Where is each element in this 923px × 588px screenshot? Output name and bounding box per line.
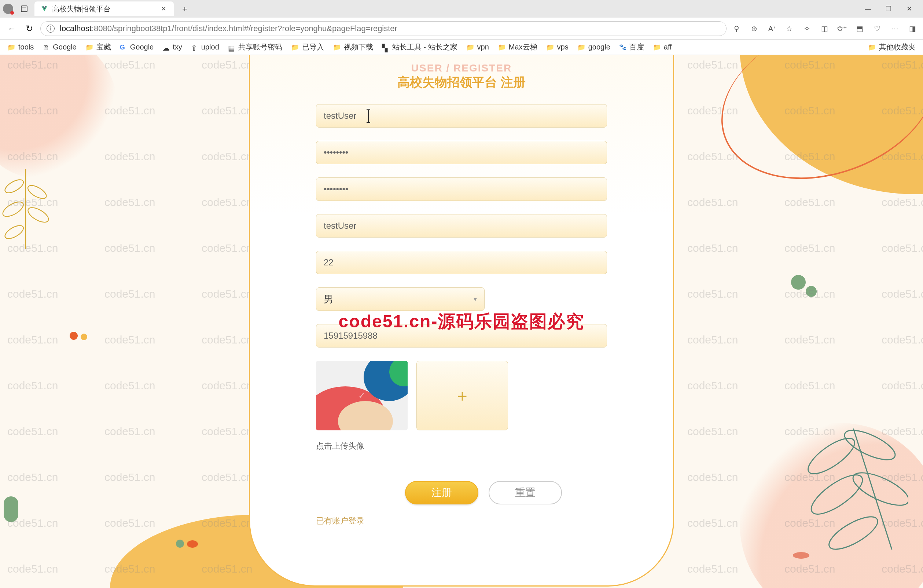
refresh-button[interactable]: ↻ (23, 22, 36, 35)
svg-point-13 (825, 511, 882, 551)
extensions-icon[interactable]: ✧ (801, 23, 812, 34)
url-bar[interactable]: i localhost:8080/springboot38tp1/front/d… (40, 21, 726, 36)
split-icon[interactable]: ◫ (819, 23, 830, 34)
bookmark-label: Google (53, 43, 77, 51)
bookmark-label: 已导入 (302, 42, 324, 52)
svg-point-6 (26, 205, 51, 225)
bookmark-item[interactable]: 📁tools (7, 43, 34, 51)
google-icon: G (120, 44, 127, 51)
login-link[interactable]: 已有账户登录 (316, 516, 607, 526)
overlay-watermark-text: code51.cn-源码乐园盗图必究 (339, 310, 585, 333)
bookmark-item[interactable]: 📁vpn (466, 43, 489, 51)
bookmark-item[interactable]: ⇧uplod (191, 43, 219, 51)
bookmarks-bar: 📁tools🗎Google📁宝藏GGoogle☁txy⇧uplod▦共享账号密码… (0, 39, 923, 55)
bookmark-item[interactable]: 📁宝藏 (85, 42, 111, 52)
bookmark-label: txy (172, 43, 182, 51)
nickname-input[interactable] (316, 214, 607, 238)
bookmark-label: Google (130, 43, 154, 51)
zoom-icon[interactable]: ⊕ (749, 23, 759, 34)
form-heading-en: USER / REGISTER (316, 62, 607, 74)
age-input[interactable] (316, 251, 607, 274)
tab-close-button[interactable]: ✕ (160, 5, 167, 13)
svg-rect-1 (22, 7, 26, 8)
bookmark-label: vps (557, 43, 568, 51)
back-button[interactable]: ← (5, 22, 18, 35)
baidu-icon: 🐾 (619, 44, 626, 51)
more-icon[interactable]: ⋯ (889, 23, 900, 34)
address-bar: ← ↻ i localhost:8080/springboot38tp1/fro… (0, 18, 923, 39)
svg-point-3 (3, 177, 25, 195)
decor-dot (70, 332, 78, 340)
collections-icon[interactable]: ✩⁺ (836, 23, 847, 34)
bookmark-item[interactable]: ▚站长工具 - 站长之家 (382, 42, 457, 52)
bookmark-item[interactable]: 🗎Google (43, 43, 77, 51)
bookmark-label: Max云梯 (509, 42, 537, 52)
decor-leaf-icon (798, 405, 908, 551)
bookmark-item[interactable]: 📁已导入 (291, 42, 324, 52)
decor-leaf-icon (0, 158, 55, 249)
folder-icon: 📁 (466, 43, 474, 51)
register-button[interactable]: 注册 (405, 481, 478, 504)
decor-dot (4, 496, 18, 522)
svg-point-11 (806, 468, 868, 521)
bookmark-label: vpn (477, 43, 489, 51)
close-window-button[interactable]: ✕ (904, 4, 914, 14)
bookmark-item[interactable]: 📁google (577, 43, 610, 51)
minimize-button[interactable]: — (863, 4, 873, 14)
bookmark-label: 站长工具 - 站长之家 (392, 42, 457, 52)
folder-icon: 📁 (868, 43, 876, 51)
bookmark-label: uplod (201, 43, 219, 51)
gender-select[interactable]: 男 ▾ (316, 287, 484, 311)
password-input[interactable] (316, 141, 607, 164)
bookmark-item[interactable]: ▦共享账号密码 (228, 42, 282, 52)
bookmark-label: google (588, 43, 610, 51)
svg-point-9 (803, 432, 860, 480)
bookmark-label: 共享账号密码 (238, 42, 282, 52)
maximize-button[interactable]: ❐ (884, 4, 893, 14)
bookmark-label: 百度 (629, 42, 644, 52)
bookmark-item[interactable]: GGoogle (120, 43, 154, 51)
confirm-password-input[interactable] (316, 177, 607, 201)
cloud-icon: ☁ (163, 44, 170, 51)
button-row: 注册 重置 (360, 481, 607, 504)
bookmark-item[interactable]: 📁vps (546, 43, 568, 51)
downloads-icon[interactable]: ⬒ (854, 23, 865, 34)
window-controls: — ❐ ✕ (863, 4, 923, 14)
bookmark-item[interactable]: 📁Max云梯 (498, 42, 537, 52)
site-info-icon[interactable]: i (46, 25, 54, 33)
chevron-down-icon: ▾ (474, 295, 477, 303)
sidebar-toggle-icon[interactable]: ◨ (907, 23, 918, 34)
new-tab-button[interactable]: ＋ (178, 2, 191, 15)
upload-hint: 点击上传头像 (316, 441, 607, 452)
svg-point-12 (849, 466, 908, 512)
browser-tab[interactable]: 高校失物招领平台 ✕ (34, 2, 174, 16)
favorite-icon[interactable]: ☆ (784, 23, 795, 34)
svg-point-4 (26, 183, 48, 201)
bookmark-label: tools (18, 43, 34, 51)
folder-icon: 📁 (546, 43, 554, 51)
bookmark-item[interactable]: 🐾百度 (619, 42, 644, 52)
folder-icon: 📁 (7, 43, 15, 51)
folder-icon: 📁 (85, 43, 94, 51)
bookmark-other[interactable]: 📁 其他收藏夹 (868, 42, 916, 52)
profile-icon[interactable] (3, 4, 13, 14)
page-icon: 🗎 (43, 44, 50, 51)
decor-dot (806, 286, 817, 297)
bookmark-item[interactable]: 📁aff (653, 43, 672, 51)
decor-dot (187, 540, 198, 548)
upload-icon: ⇧ (191, 44, 198, 51)
avatar-thumbnail[interactable]: ✓ (316, 361, 407, 430)
bookmark-item[interactable]: 📁视频下载 (333, 42, 373, 52)
address-toolbar-icons: ⚲ ⊕ A⁾ ☆ ✧ ◫ ✩⁺ ⬒ ♡ ⋯ ◨ (731, 23, 918, 34)
bookmark-item[interactable]: ☁txy (163, 43, 182, 51)
avatar-add-button[interactable]: ＋ (416, 361, 508, 430)
read-aloud-icon[interactable]: A⁾ (766, 23, 777, 34)
tab-overview-button[interactable] (18, 2, 31, 15)
reset-button[interactable]: 重置 (489, 481, 562, 504)
tab-favicon-icon (41, 5, 48, 12)
performance-icon[interactable]: ♡ (872, 23, 883, 34)
search-icon[interactable]: ⚲ (731, 23, 742, 34)
folder-icon: 📁 (291, 43, 299, 51)
decor-dot (793, 552, 810, 558)
username-input[interactable] (316, 104, 607, 128)
